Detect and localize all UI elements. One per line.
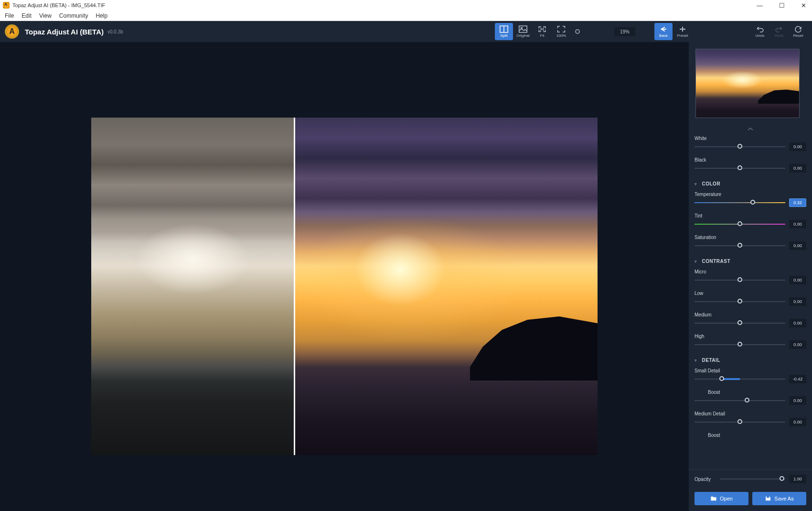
black-slider-row: Black 0.00 bbox=[694, 155, 806, 173]
temperature-label: Temperature bbox=[694, 192, 721, 197]
temperature-slider[interactable] bbox=[694, 202, 785, 203]
menu-file[interactable]: File bbox=[1, 11, 18, 20]
save-as-label: Save As bbox=[774, 496, 793, 501]
tint-value[interactable]: 0.00 bbox=[789, 220, 806, 228]
black-slider[interactable] bbox=[694, 168, 785, 169]
medium-detail-value[interactable]: 0.00 bbox=[789, 418, 806, 426]
micro-value[interactable]: 0.00 bbox=[789, 276, 806, 284]
high-slider-row: High 0.00 bbox=[694, 331, 806, 349]
split-view-icon bbox=[500, 25, 508, 33]
temperature-value[interactable]: 0.32 bbox=[789, 198, 806, 207]
tint-slider-row: Tint 0.00 bbox=[694, 211, 806, 228]
zoom-indicator-dot[interactable] bbox=[575, 29, 580, 34]
small-detail-label: Small Detail bbox=[694, 368, 720, 373]
app-header: A Topaz Adjust AI (BETA) v0.0.3b Split O… bbox=[0, 21, 812, 42]
footer-buttons: Open Save As bbox=[689, 488, 812, 511]
main-area: White 0.00 Black 0.00 ▾ COLOR Temperatur bbox=[0, 42, 812, 511]
menu-community[interactable]: Community bbox=[55, 11, 92, 20]
open-label: Open bbox=[720, 496, 733, 501]
original-view-button[interactable]: Original bbox=[514, 23, 532, 40]
high-value[interactable]: 0.00 bbox=[789, 340, 806, 349]
undo-label: Undo bbox=[755, 33, 764, 38]
small-detail-slider[interactable] bbox=[694, 379, 785, 380]
menu-edit[interactable]: Edit bbox=[18, 11, 35, 20]
preset-button[interactable]: Preset bbox=[673, 23, 692, 40]
back-label: Back bbox=[659, 33, 668, 38]
medium-slider-row: Medium 0.00 bbox=[694, 310, 806, 327]
zoom-100-label: 100% bbox=[556, 33, 566, 38]
saturation-label: Saturation bbox=[694, 235, 716, 240]
saturation-value[interactable]: 0.00 bbox=[789, 241, 806, 250]
menu-help[interactable]: Help bbox=[92, 11, 112, 20]
high-label: High bbox=[694, 334, 705, 339]
chevron-up-icon bbox=[748, 127, 753, 131]
header-actions: Back Preset Undo Redo Reset bbox=[654, 23, 807, 40]
zoom-percent-display[interactable]: 19% bbox=[614, 27, 635, 36]
micro-slider-row: Micro 0.00 bbox=[694, 267, 806, 284]
window-title: Topaz Adjust AI (BETA) - IMG_5544.TIF bbox=[12, 2, 105, 8]
small-boost-slider-row: Boost 0.00 bbox=[694, 387, 806, 405]
adjusted-image-half bbox=[294, 118, 598, 455]
sliders-scroll-area[interactable]: White 0.00 Black 0.00 ▾ COLOR Temperatur bbox=[689, 133, 812, 469]
opacity-value[interactable]: 1.00 bbox=[789, 475, 806, 483]
medium-detail-slider[interactable] bbox=[694, 422, 785, 423]
low-value[interactable]: 0.00 bbox=[789, 297, 806, 306]
back-button[interactable]: Back bbox=[654, 23, 673, 40]
reset-button[interactable]: Reset bbox=[789, 23, 807, 40]
small-boost-label: Boost bbox=[708, 390, 720, 395]
original-view-label: Original bbox=[516, 33, 530, 38]
black-value[interactable]: 0.00 bbox=[789, 164, 806, 173]
chevron-down-icon: ▾ bbox=[694, 259, 697, 264]
tint-slider[interactable] bbox=[694, 224, 785, 225]
opacity-slider[interactable] bbox=[720, 478, 785, 479]
navigator-thumbnail[interactable] bbox=[695, 49, 800, 118]
small-detail-value[interactable]: -0.42 bbox=[789, 375, 806, 383]
svg-rect-2 bbox=[519, 26, 527, 33]
medium-slider[interactable] bbox=[694, 323, 785, 324]
minimize-button[interactable]: — bbox=[754, 2, 766, 9]
undo-button[interactable]: Undo bbox=[751, 23, 769, 40]
canvas-area[interactable] bbox=[0, 42, 689, 511]
window-controls: — ☐ ✕ bbox=[754, 2, 809, 9]
white-label: White bbox=[694, 136, 707, 141]
split-view-button[interactable]: Split bbox=[495, 23, 513, 40]
high-slider[interactable] bbox=[694, 344, 785, 345]
medium-label: Medium bbox=[694, 312, 712, 317]
color-section-header[interactable]: ▾ COLOR bbox=[694, 176, 806, 189]
thumbnail-container bbox=[689, 42, 812, 125]
medium-boost-label: Boost bbox=[708, 433, 720, 438]
small-boost-slider[interactable] bbox=[694, 400, 785, 401]
medium-boost-slider-row: Boost bbox=[694, 430, 806, 439]
contrast-header-label: CONTRAST bbox=[702, 259, 731, 264]
fit-icon bbox=[538, 25, 546, 33]
split-divider[interactable] bbox=[294, 118, 295, 455]
reset-icon bbox=[794, 25, 802, 33]
contrast-section-header[interactable]: ▾ CONTRAST bbox=[694, 254, 806, 267]
open-button[interactable]: Open bbox=[694, 492, 748, 505]
fit-view-button[interactable]: Fit bbox=[533, 23, 551, 40]
panel-collapse-toggle[interactable] bbox=[689, 125, 812, 133]
saturation-slider[interactable] bbox=[694, 245, 785, 246]
image-preview[interactable] bbox=[91, 118, 598, 455]
folder-icon bbox=[710, 495, 717, 502]
full-size-icon bbox=[557, 25, 566, 33]
close-button[interactable]: ✕ bbox=[798, 2, 809, 9]
medium-detail-label: Medium Detail bbox=[694, 411, 725, 416]
maximize-button[interactable]: ☐ bbox=[776, 2, 788, 9]
low-slider[interactable] bbox=[694, 301, 785, 302]
zoom-100-button[interactable]: 100% bbox=[552, 23, 570, 40]
micro-slider[interactable] bbox=[694, 280, 785, 281]
white-slider[interactable] bbox=[694, 146, 785, 147]
save-icon bbox=[765, 495, 771, 502]
arrow-left-icon bbox=[659, 25, 668, 33]
low-label: Low bbox=[694, 291, 703, 296]
plus-icon bbox=[678, 25, 687, 33]
detail-section-header[interactable]: ▾ DETAIL bbox=[694, 353, 806, 366]
menu-view[interactable]: View bbox=[35, 11, 55, 20]
split-view-label: Split bbox=[500, 33, 508, 38]
small-boost-value[interactable]: 0.00 bbox=[789, 396, 806, 405]
white-value[interactable]: 0.00 bbox=[789, 142, 806, 151]
medium-value[interactable]: 0.00 bbox=[789, 319, 806, 327]
redo-button[interactable]: Redo bbox=[770, 23, 788, 40]
save-as-button[interactable]: Save As bbox=[752, 492, 806, 505]
